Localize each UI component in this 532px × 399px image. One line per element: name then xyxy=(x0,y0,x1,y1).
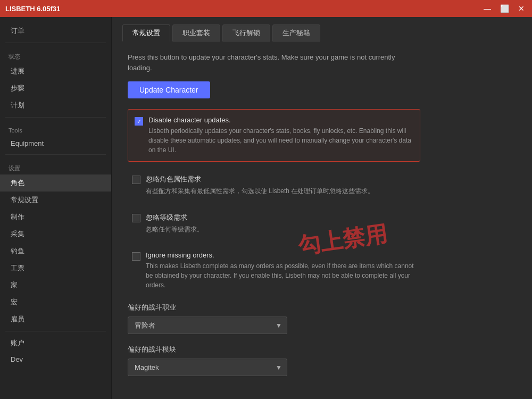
combat-job-label: 偏好的战斗职业 xyxy=(128,303,420,312)
sidebar-section-tools: Tools xyxy=(0,121,111,136)
checkbox-wrapper-level xyxy=(132,214,140,222)
checkbox-ignore-attr[interactable] xyxy=(132,176,140,184)
tab-general[interactable]: 常规设置 xyxy=(122,24,170,41)
checkbox-wrapper-missing xyxy=(132,252,140,261)
checkbox-label-level: 忽略等级需求 xyxy=(146,213,416,222)
sidebar-divider-2 xyxy=(5,117,106,118)
checkbox-row-ignore-attr: 忽略角色属性需求 有些配方和采集有最低属性需求，勾选以使 Lisbeth 在处理… xyxy=(128,170,420,200)
sidebar: 订单 状态 进展 步骤 计划 Tools Equipment 设置 角色 常规设… xyxy=(0,17,112,399)
sidebar-item-general[interactable]: 常规设置 xyxy=(0,192,111,209)
tab-job[interactable]: 职业套装 xyxy=(172,24,220,41)
checkbox-ignore-level[interactable] xyxy=(132,214,140,222)
checkbox-desc-attr: 有些配方和采集有最低属性需求，勾选以使 Lisbeth 在处理订单时忽略这些需求… xyxy=(146,186,416,196)
checkbox-wrapper-disable xyxy=(135,117,143,126)
app-title: LISBETH 6.05f31 xyxy=(5,5,60,13)
description-text: Press this button to update your charact… xyxy=(128,52,404,73)
main-content: 常规设置 职业套装 飞行解锁 生产秘籍 Press this button to… xyxy=(112,17,532,399)
sidebar-item-steps[interactable]: 步骤 xyxy=(0,80,111,97)
checkbox-row-ignore-level: 忽略等级需求 忽略任何等级需求。 xyxy=(128,209,420,238)
sidebar-divider-4 xyxy=(5,331,106,331)
tab-recipes[interactable]: 生产秘籍 xyxy=(272,24,320,41)
window-controls: — ⬜ ✕ xyxy=(482,4,527,13)
sidebar-divider-1 xyxy=(5,43,106,43)
checkbox-content-attr: 忽略角色属性需求 有些配方和采集有最低属性需求，勾选以使 Lisbeth 在处理… xyxy=(146,174,416,196)
checkbox-label-disable: Disable character updates. xyxy=(148,116,413,124)
sidebar-item-account[interactable]: 账户 xyxy=(0,335,111,352)
sidebar-item-character[interactable]: 角色 xyxy=(0,174,111,192)
checkbox-content-missing: Ignore missing orders. This makes Lisbet… xyxy=(146,251,416,290)
checkbox-label-missing: Ignore missing orders. xyxy=(146,251,416,259)
checkbox-row-ignore-missing: Ignore missing orders. This makes Lisbet… xyxy=(128,247,420,294)
sidebar-item-craft[interactable]: 制作 xyxy=(0,209,111,226)
sidebar-section-status: 状态 xyxy=(0,46,111,63)
combat-job-select[interactable]: 冒险者 xyxy=(128,317,287,334)
settings-section: Disable character updates. Lisbeth perio… xyxy=(128,109,420,376)
checkbox-ignore-missing[interactable] xyxy=(132,252,140,261)
minimize-button[interactable]: — xyxy=(482,4,493,13)
sidebar-item-fishing[interactable]: 钓鱼 xyxy=(0,243,111,260)
maximize-button[interactable]: ⬜ xyxy=(499,4,510,13)
sidebar-divider-3 xyxy=(5,154,106,155)
sidebar-item-home[interactable]: 家 xyxy=(0,277,111,294)
app-body: 订单 状态 进展 步骤 计划 Tools Equipment 设置 角色 常规设… xyxy=(0,17,532,399)
sidebar-item-tickets[interactable]: 工票 xyxy=(0,260,111,277)
combat-job-dropdown-wrapper: 冒险者 ▼ xyxy=(128,317,287,334)
checkbox-label-attr: 忽略角色属性需求 xyxy=(146,174,416,184)
content-area: Press this button to update your charact… xyxy=(112,41,532,399)
close-button[interactable]: ✕ xyxy=(516,4,527,13)
combat-module-select[interactable]: Magitek xyxy=(128,359,287,376)
sidebar-item-equipment[interactable]: Equipment xyxy=(0,136,111,151)
checkbox-wrapper-attr xyxy=(132,176,140,184)
sidebar-item-progress[interactable]: 进展 xyxy=(0,63,111,80)
checkbox-row-disable-updates: Disable character updates. Lisbeth perio… xyxy=(128,109,420,162)
checkbox-content-disable: Disable character updates. Lisbeth perio… xyxy=(148,116,413,155)
sidebar-item-orders[interactable]: 订单 xyxy=(0,22,111,39)
combat-module-dropdown-wrapper: Magitek ▼ xyxy=(128,359,287,376)
checkbox-desc-missing: This makes Lisbeth complete as many orde… xyxy=(146,261,416,290)
sidebar-item-plan[interactable]: 计划 xyxy=(0,97,111,114)
tab-bar: 常规设置 职业套装 飞行解锁 生产秘籍 xyxy=(112,17,532,41)
title-bar: LISBETH 6.05f31 — ⬜ ✕ xyxy=(0,0,532,17)
update-character-button[interactable]: Update Character xyxy=(128,81,210,98)
checkbox-desc-disable: Lisbeth periodically updates your charac… xyxy=(148,126,413,155)
combat-module-label: 偏好的战斗模块 xyxy=(128,345,420,354)
sidebar-item-gather[interactable]: 采集 xyxy=(0,226,111,243)
sidebar-item-macro[interactable]: 宏 xyxy=(0,294,111,311)
sidebar-item-dev[interactable]: Dev xyxy=(0,352,111,367)
checkbox-content-level: 忽略等级需求 忽略任何等级需求。 xyxy=(146,213,416,234)
checkbox-disable-updates[interactable] xyxy=(135,117,143,126)
tab-fly[interactable]: 飞行解锁 xyxy=(222,24,270,41)
sidebar-section-settings: 设置 xyxy=(0,158,111,174)
checkbox-desc-level: 忽略任何等级需求。 xyxy=(146,225,416,234)
sidebar-item-retainer[interactable]: 雇员 xyxy=(0,311,111,328)
